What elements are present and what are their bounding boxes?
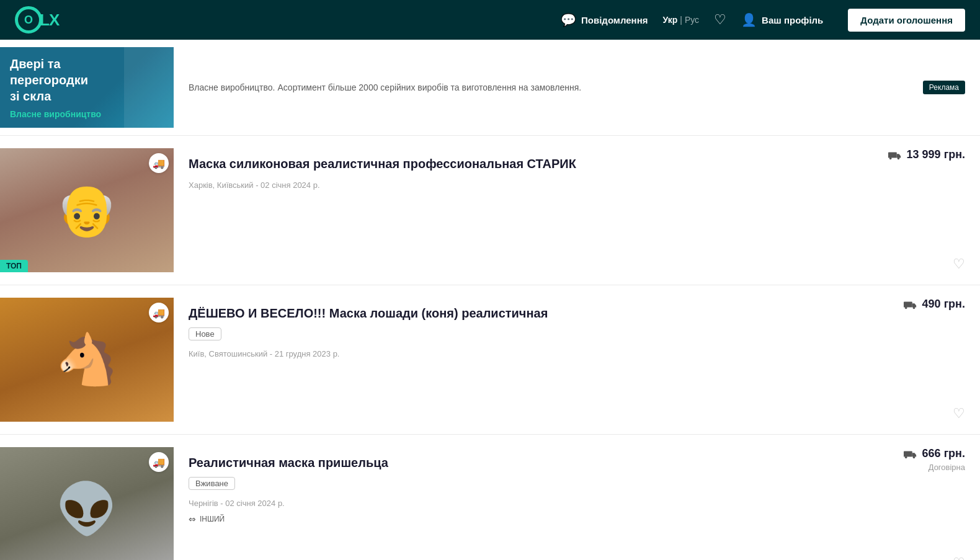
listing-title-1[interactable]: Маска силиконовая реалистичная профессио… xyxy=(189,156,950,172)
messages-button[interactable]: 💬 Повідомлення xyxy=(561,12,648,27)
listing-image-3[interactable]: 🚚 xyxy=(0,447,174,560)
messages-label: Повідомлення xyxy=(581,15,648,25)
listing-price-2: 490 грн. xyxy=(922,298,965,311)
listing-image-2[interactable]: 🚚 xyxy=(0,298,174,422)
listing-location-1: Харків, Київський - 02 січня 2024 р. xyxy=(189,180,950,190)
add-listing-button[interactable]: Додати оголошення xyxy=(848,9,965,32)
header: O LX 💬 Повідомлення Укр | Рус ♡ 👤 Ваш пр… xyxy=(0,0,980,40)
listing-price-area-2: 490 грн. xyxy=(904,298,965,311)
listing-condition-3: Вживане xyxy=(189,477,235,490)
listing-item: 🚚 ТОП Маска силиконовая реалистичная про… xyxy=(0,136,980,285)
listing-price-row-2: 490 грн. xyxy=(904,298,965,311)
listing-title-3[interactable]: Реалистичная маска пришельца xyxy=(189,455,950,471)
ad-banner-image: Двері та перегородки зі скла Власне виро… xyxy=(0,47,174,128)
profile-label: Ваш профіль xyxy=(762,15,823,25)
ad-title: Двері та перегородки зі скла xyxy=(10,56,88,104)
listing-price-area-3: 666 грн. Договірна xyxy=(904,447,965,472)
listing-favorite-3[interactable]: ♡ xyxy=(953,555,965,560)
svg-rect-3 xyxy=(904,302,912,308)
logo[interactable]: O LX xyxy=(15,6,59,33)
listing-price-3: 666 грн. xyxy=(922,447,965,460)
user-icon: 👤 xyxy=(741,12,757,27)
listing-item-2: 🚚 ДЁШЕВО И ВЕСЕЛО!!! Маска лошади (коня)… xyxy=(0,285,980,435)
ad-banner: Двері та перегородки зі скла Власне виро… xyxy=(0,40,980,136)
delivery-icon-2: 🚚 xyxy=(149,303,169,322)
listing-location-3: Чернігів - 02 січня 2024 р. xyxy=(189,499,950,508)
price-truck-icon-1 xyxy=(888,148,902,161)
logo-lx: LX xyxy=(40,11,59,30)
svg-point-1 xyxy=(889,158,891,160)
other-label-text: ІНШИЙ xyxy=(200,515,225,523)
listing-content-1: Маска силиконовая реалистичная профессио… xyxy=(174,148,965,195)
ad-subtitle: Власне виробництво xyxy=(10,109,101,119)
price-note-3: Договірна xyxy=(929,463,965,472)
top-badge-1: ТОП xyxy=(0,260,28,272)
delivery-icon-1: 🚚 xyxy=(149,153,169,173)
language-switcher: Укр | Рус xyxy=(663,15,700,25)
listing-item-3: 🚚 Реалистичная маска пришельца Вживане Ч… xyxy=(0,435,980,560)
lang-separator: | xyxy=(680,15,682,25)
listing-price-1: 13 999 грн. xyxy=(907,148,965,161)
delivery-icon-3: 🚚 xyxy=(149,452,169,472)
profile-button[interactable]: 👤 Ваш профіль xyxy=(741,12,823,27)
listing-location-2: Київ, Святошинський - 21 грудня 2023 р. xyxy=(189,349,950,358)
logo-circle: O xyxy=(15,6,42,33)
listing-title-2[interactable]: ДЁШЕВО И ВЕСЕЛО!!! Маска лошади (коня) р… xyxy=(189,305,950,321)
listing-image-1[interactable]: 🚚 ТОП xyxy=(0,148,174,272)
ad-badge: Реклама xyxy=(923,81,965,94)
listing-price-row-3: 666 грн. xyxy=(904,447,965,460)
lang-uk[interactable]: Укр xyxy=(663,15,678,25)
svg-point-8 xyxy=(912,456,915,459)
listing-content-3: Реалистичная маска пришельца Вживане Чер… xyxy=(174,447,965,529)
listing-favorite-1[interactable]: ♡ xyxy=(953,256,965,272)
header-nav: 💬 Повідомлення Укр | Рус ♡ 👤 Ваш профіль… xyxy=(561,9,965,32)
lang-ru[interactable]: Рус xyxy=(685,15,699,25)
svg-point-7 xyxy=(904,456,907,459)
svg-rect-0 xyxy=(888,153,897,158)
svg-point-5 xyxy=(912,307,915,309)
listing-other-label-3: ⇔ ІНШИЙ xyxy=(189,514,950,524)
listing-condition-2: Нове xyxy=(189,327,221,340)
listing-price-area-1: 13 999 грн. xyxy=(888,148,965,161)
main-content: Двері та перегородки зі скла Власне виро… xyxy=(0,40,980,560)
favorites-icon[interactable]: ♡ xyxy=(714,12,726,28)
chat-icon: 💬 xyxy=(561,12,576,27)
listing-price-row-1: 13 999 грн. xyxy=(888,148,965,161)
price-truck-icon-3 xyxy=(904,447,917,460)
svg-point-2 xyxy=(897,158,899,160)
svg-point-4 xyxy=(904,307,907,309)
price-truck-icon-2 xyxy=(904,298,917,311)
listing-favorite-2[interactable]: ♡ xyxy=(953,406,965,422)
svg-rect-6 xyxy=(904,451,912,457)
ad-description: Власне виробництво. Асортимент більше 20… xyxy=(174,82,980,92)
other-icon: ⇔ xyxy=(189,514,196,524)
listing-content-2: ДЁШЕВО И ВЕСЕЛО!!! Маска лошади (коня) р… xyxy=(174,298,965,363)
